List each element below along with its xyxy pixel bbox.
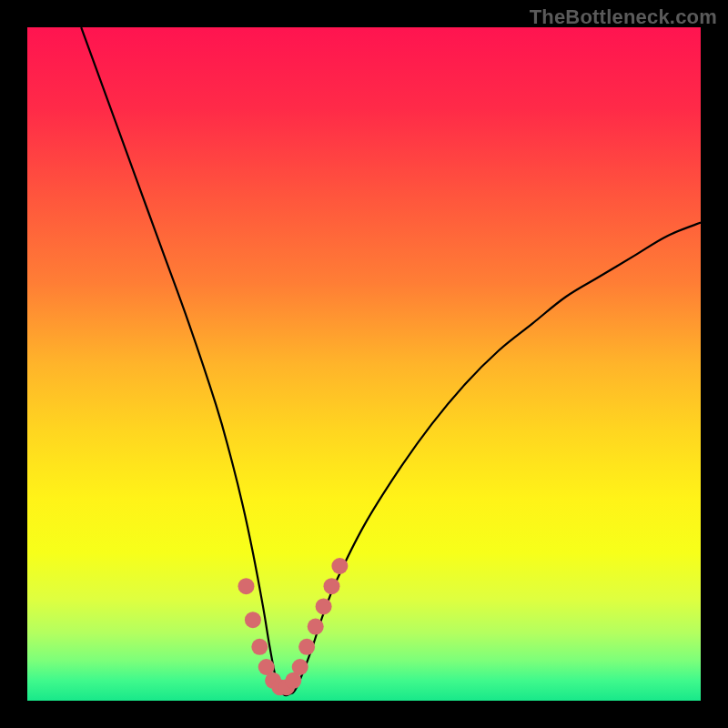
gradient-background	[27, 27, 701, 701]
marker-dot	[238, 578, 255, 594]
marker-dot	[298, 639, 315, 655]
marker-dot	[292, 659, 308, 675]
marker-dot	[245, 612, 261, 628]
chart-frame: TheBottleneck.com	[0, 0, 728, 728]
chart-svg	[27, 27, 701, 701]
marker-dot	[251, 639, 268, 655]
marker-dot	[316, 598, 332, 614]
plot-area	[27, 27, 701, 701]
marker-dot	[323, 578, 339, 594]
marker-dot	[308, 619, 324, 635]
watermark-text: TheBottleneck.com	[530, 5, 717, 29]
marker-dot	[331, 558, 348, 574]
